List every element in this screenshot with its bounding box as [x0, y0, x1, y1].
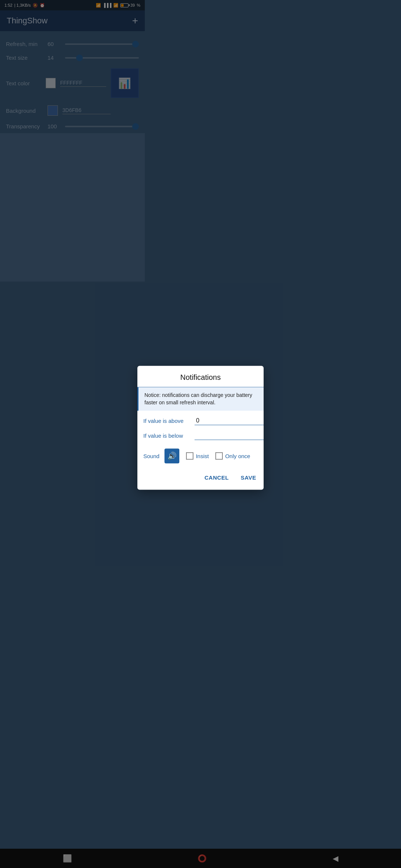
dialog-overlay: [0, 0, 145, 313]
